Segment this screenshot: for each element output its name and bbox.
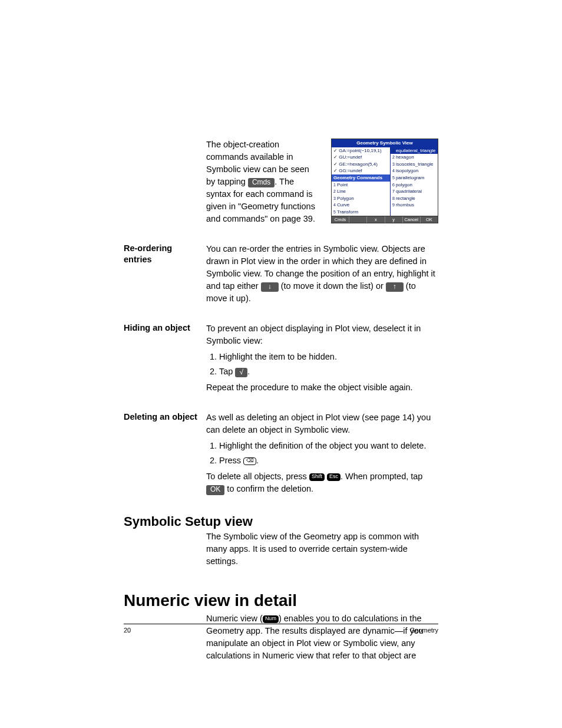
ok-softkey: OK (206, 485, 224, 495)
fig-entry: GA:=point(−10,19,1) (332, 147, 390, 154)
down-arrow-softkey: ↓ (261, 282, 279, 292)
backspace-key-icon: ⌫ (243, 457, 256, 465)
hide-step2: Tap √. (219, 365, 438, 378)
delete-steps: Highlight the definition of the object y… (206, 440, 438, 467)
figure-title: Geometry Symbolic View (332, 139, 438, 147)
footer-section: Geometry (410, 627, 438, 634)
numeric-body: Numeric view (Num) enables you to do cal… (206, 612, 438, 662)
fig-cmd: Polygon (332, 195, 390, 202)
intro-paragraph: The object-creation commands available i… (206, 139, 320, 225)
page-number: 20 (124, 627, 131, 634)
fig-entry: GU:=undef (332, 154, 390, 161)
fig-cmd: Curve (332, 202, 390, 209)
symsetup-body: The Symbolic view of the Geometry app is… (206, 531, 438, 568)
fig-footer-btn (349, 216, 367, 223)
reorder-mid: (to move it down the list) or (279, 281, 386, 291)
fig-footer-btn: Cmds (332, 216, 349, 223)
hide-intro: To prevent an object displaying in Plot … (206, 322, 438, 347)
cmds-softkey: Cmds (248, 178, 275, 187)
fig-rcmd: quadrilateral (391, 188, 438, 195)
hide-outro: Repeat the procedure to make the object … (206, 381, 438, 394)
heading-hiding: Hiding an object (124, 322, 200, 334)
fig-entry: GE:=hexagon(5,4) (332, 161, 390, 168)
fig-rcmd: isosceles_triangle (391, 161, 438, 168)
fig-footer-btn: OK (421, 216, 438, 223)
fig-footer-btn: y (385, 216, 403, 223)
fig-rcmd: rhombus (391, 202, 438, 209)
shift-key-icon: Shift (309, 473, 325, 481)
fig-footer-btn: x (367, 216, 385, 223)
check-softkey: √ (235, 368, 247, 377)
fig-cmd: Point (332, 182, 390, 189)
delete-all-paragraph: To delete all objects, press Shift Esc. … (206, 470, 438, 495)
hide-steps: Highlight the item to be hidden. Tap √. (206, 351, 438, 378)
fig-rcmd: rectangle (391, 195, 438, 202)
fig-rcmd: hexagon (391, 154, 438, 161)
fig-subtitle: Geometry Commands (332, 174, 390, 182)
fig-entry: GG:=undef (332, 167, 390, 174)
delete-intro: As well as deleting an object in Plot vi… (206, 411, 438, 436)
reorder-paragraph: You can re-order the entries in Symbolic… (206, 243, 438, 305)
figure-footer: Cmds x y Cancel OK (332, 216, 438, 223)
page-footer: 20 Geometry (124, 624, 438, 634)
heading-reordering: Re-ordering entries (124, 243, 200, 265)
fig-cmd: Line (332, 188, 390, 195)
up-arrow-softkey: ↑ (386, 282, 404, 292)
num-key-icon: Num (263, 615, 279, 623)
hide-step1: Highlight the item to be hidden. (219, 351, 438, 363)
symbolic-view-screenshot: Geometry Symbolic View GA:=point(−10,19,… (331, 139, 438, 223)
heading-symbolic-setup: Symbolic Setup view (124, 514, 438, 529)
fig-rcmd: equilateral_triangle (391, 147, 438, 154)
delete-step1: Highlight the definition of the object y… (219, 440, 438, 452)
fig-rcmd: parallelogram (391, 174, 438, 182)
heading-deleting: Deleting an object (124, 411, 200, 423)
fig-rcmd: polygon (391, 182, 438, 189)
fig-rcmd: isopolygon (391, 167, 438, 174)
fig-cmd: Transform (332, 209, 390, 216)
delete-step2: Press ⌫. (219, 454, 438, 467)
heading-numeric-detail: Numeric view in detail (124, 591, 438, 610)
esc-key-icon: Esc (327, 473, 340, 481)
fig-footer-btn: Cancel (403, 216, 421, 223)
